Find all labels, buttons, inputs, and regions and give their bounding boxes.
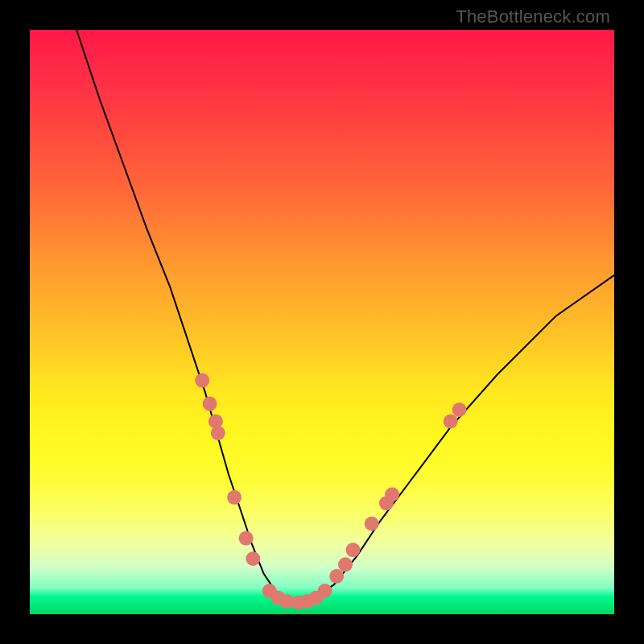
marker-dot (385, 487, 399, 502)
marker-dot (329, 569, 344, 584)
marker-dot (338, 557, 353, 572)
marker-dot (318, 584, 332, 598)
marker-dot (195, 374, 209, 388)
marker-dot (365, 517, 379, 531)
plot-area (30, 30, 614, 614)
marker-dot (239, 531, 254, 546)
marker-dot (246, 551, 260, 566)
marker-dot (444, 414, 458, 428)
chart-frame: TheBottleneck.com (0, 0, 644, 644)
bottleneck-curve (76, 30, 614, 603)
watermark-text: TheBottleneck.com (456, 6, 610, 27)
marker-dot (203, 397, 217, 411)
marker-dots (195, 374, 466, 610)
marker-dot (452, 402, 467, 417)
marker-dot (227, 490, 242, 505)
chart-svg (30, 30, 614, 614)
marker-dot (211, 426, 225, 440)
marker-dot (346, 543, 361, 557)
